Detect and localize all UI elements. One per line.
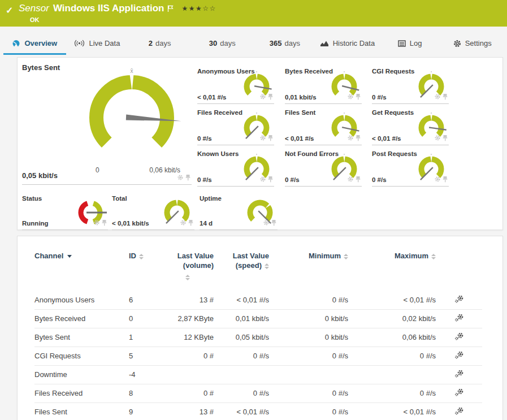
pin-icon[interactable] [268, 135, 273, 141]
pin-icon[interactable] [272, 220, 276, 226]
pin-icon[interactable] [443, 94, 448, 99]
channel-name[interactable]: CGI Requests [34, 347, 129, 365]
channel-settings-icon[interactable] [454, 332, 464, 342]
gear-icon[interactable] [261, 177, 265, 181]
tab-label: days [220, 39, 235, 47]
gauge-cell-uptime[interactable]: Uptime 14 d [200, 195, 278, 230]
gear-icon[interactable] [349, 95, 353, 99]
channel-name[interactable]: Bytes Received [34, 309, 129, 328]
channel-settings-icon[interactable] [454, 370, 464, 379]
gauge-value: 0,05 kbit/s [22, 171, 58, 180]
gauge-value: < 0,01 kbit/s [112, 220, 149, 227]
pin-icon[interactable] [189, 220, 193, 226]
tab-live-data[interactable]: Live Data [66, 33, 129, 55]
gauge-cell-bytes-received[interactable]: Bytes Received 0,01 kbit/s [285, 68, 362, 104]
table-row: Files Received 8 0 # 0 #/s 0 #/s 0 #/s [34, 384, 482, 402]
gauge-cell-get-requests[interactable]: Get Requests < 0,01 #/s [372, 109, 449, 145]
pin-icon[interactable] [268, 176, 273, 182]
gauge-cell-not-found-errors[interactable]: Not Found Errors 0 #/s [285, 150, 362, 187]
prtg-sensor-page: ✓ Sensor Windows IIS Application ★★★☆☆ O… [0, 0, 507, 420]
tab-log[interactable]: Log [379, 33, 441, 55]
channel-settings-icon[interactable] [454, 314, 464, 323]
tab-2-days[interactable]: 2 days [128, 33, 191, 55]
gauge-cell-post-requests[interactable]: Post Requests 0 #/s [372, 150, 449, 187]
channel-name[interactable]: Files Received [34, 384, 129, 402]
table-row: Bytes Received 0 2,87 KByte 0,01 kbit/s … [34, 309, 482, 328]
column-header-maximum[interactable]: Maximum [348, 251, 436, 291]
column-header-channel[interactable]: Channel [34, 251, 129, 291]
gauge-cell-cgi-requests[interactable]: CGI Requests 0 #/s [372, 68, 449, 104]
gear-icon[interactable] [436, 177, 440, 181]
channel-settings-icon[interactable] [454, 295, 464, 305]
pin-icon[interactable] [268, 94, 273, 99]
pin-icon[interactable] [356, 94, 361, 99]
channel-settings-icon[interactable] [454, 388, 464, 398]
gear-icon[interactable] [95, 221, 99, 225]
channel-name[interactable]: Downtime [34, 365, 129, 384]
channel-settings-icon[interactable] [454, 351, 464, 361]
sort-icon [344, 254, 348, 259]
channel-name[interactable]: Bytes Sent [34, 328, 129, 347]
column-header-minimum[interactable]: Minimum [269, 251, 348, 291]
pin-icon[interactable] [443, 135, 448, 141]
gauge-cell-bytes-sent[interactable]: Bytes Sent x̄ 0 0,06 kbit/s 0,05 kbit/s [22, 63, 192, 185]
column-header-id[interactable]: ID [129, 251, 162, 291]
tab-settings[interactable]: Settings [441, 33, 504, 55]
channels-table: Channel ID Last Value (volume) Last Valu… [34, 251, 482, 420]
tab-label: Settings [465, 39, 492, 47]
gauge-cell-status[interactable]: Status Running [22, 195, 108, 230]
flag-icon[interactable] [167, 5, 174, 12]
gauges-panel: Bytes Sent x̄ 0 0,06 kbit/s 0,05 kbit/s [17, 57, 503, 230]
gear-icon[interactable] [261, 136, 265, 140]
tab-overview[interactable]: Overview [3, 33, 66, 55]
pin-icon[interactable] [356, 176, 361, 182]
gear-icon[interactable] [265, 221, 268, 225]
gauge-value: 0 #/s [285, 176, 300, 183]
column-header-last-value-speed[interactable]: Last Value (speed) [214, 251, 269, 291]
channel-settings-icon[interactable] [454, 407, 464, 417]
gauge-value: 0,01 kbit/s [285, 94, 317, 101]
page-title: Windows IIS Application [53, 2, 164, 15]
gauge-icon [12, 40, 20, 47]
table-row: Bytes Sent 1 12 KByte 0,05 kbit/s 0 kbit… [34, 328, 482, 347]
channel-name[interactable]: Anonymous Users [34, 291, 129, 309]
gauge-value: 0 #/s [197, 135, 212, 142]
table-row: Downtime -4 [34, 365, 482, 384]
stars-filled: ★★★ [181, 5, 202, 12]
gear-icon[interactable] [179, 176, 183, 180]
tab-label: days [284, 39, 300, 47]
sort-icon [185, 275, 190, 280]
pin-icon[interactable] [443, 176, 448, 182]
sort-icon [265, 263, 269, 269]
gauge-value: 0 #/s [372, 176, 387, 183]
gear-icon[interactable] [181, 221, 185, 225]
gauge-cell-known-users[interactable]: Known Users 0 #/s [197, 150, 274, 187]
log-icon [398, 40, 406, 47]
pin-icon[interactable] [102, 220, 107, 226]
scale-max-label: 0,06 kbit/s [149, 166, 180, 174]
tab-label: Log [410, 39, 422, 47]
gauge-value: 14 d [200, 220, 213, 227]
pin-icon[interactable] [186, 175, 190, 180]
table-row: Anonymous Users 6 13 # < 0,01 #/s 0 #/s … [34, 291, 482, 309]
sensor-kind-label: Sensor [19, 2, 49, 15]
gear-icon[interactable] [349, 136, 353, 140]
channel-name[interactable]: Files Sent [34, 402, 129, 420]
tab-365-days[interactable]: 365 days [254, 33, 317, 55]
priority-stars[interactable]: ★★★☆☆ [181, 2, 216, 15]
status-badge: OK [30, 16, 216, 23]
gear-icon[interactable] [436, 136, 440, 140]
tab-30-days[interactable]: 30 days [191, 33, 254, 55]
sort-desc-icon [67, 255, 72, 258]
column-header-last-value-volume[interactable]: Last Value (volume) [162, 251, 214, 291]
gear-icon[interactable] [261, 95, 265, 99]
pin-icon[interactable] [356, 135, 361, 141]
gauge-cell-total[interactable]: Total < 0,01 kbit/s [112, 195, 194, 230]
gauge-cell-files-sent[interactable]: Files Sent < 0,01 #/s [285, 109, 362, 145]
tab-historic-data[interactable]: Historic Data [316, 33, 379, 55]
gauge-cell-files-received[interactable]: Files Received 0 #/s [197, 109, 274, 145]
gauge-cell-anonymous-users[interactable]: Anonymous Users < 0,01 #/s [197, 68, 274, 104]
gear-icon[interactable] [436, 95, 440, 99]
area-chart-icon [320, 40, 329, 47]
gear-icon[interactable] [349, 177, 353, 181]
